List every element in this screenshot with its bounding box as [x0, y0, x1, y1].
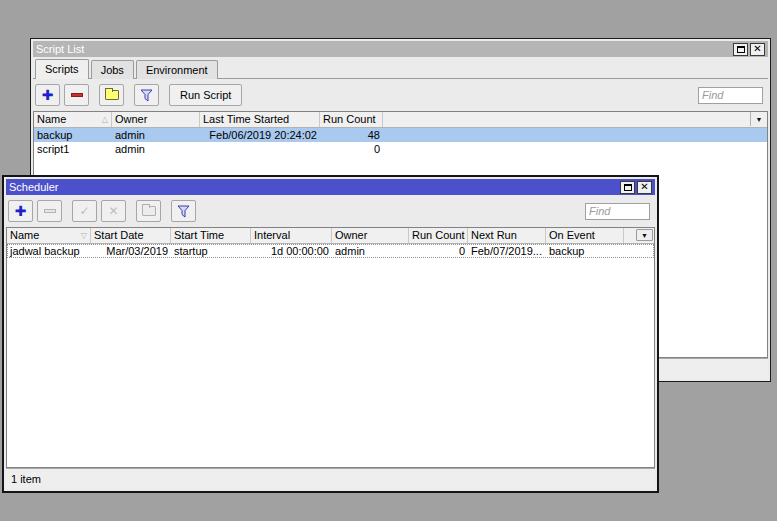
cell-start-date: Mar/03/2019 [91, 244, 171, 258]
column-header-on-event[interactable]: On Event [546, 228, 624, 243]
column-select-dropdown[interactable]: ▼ [750, 112, 767, 126]
cell-name: backup [34, 128, 112, 142]
scheduler-toolbar: ✚ ✓ ✕ [6, 195, 655, 227]
cell-last-time-started: Feb/06/2019 20:24:02 [200, 128, 320, 142]
x-icon: ✕ [108, 205, 118, 217]
script-list-tabstrip: Scripts Jobs Environment [33, 57, 768, 79]
cell-interval: 1d 00:00:00 [251, 244, 332, 258]
cell-owner: admin [112, 128, 200, 142]
table-row[interactable]: backup admin Feb/06/2019 20:24:02 48 [34, 128, 767, 142]
scheduler-titlebar[interactable]: Scheduler ✕ [6, 179, 655, 195]
table-row[interactable]: script1 admin 0 [34, 142, 767, 156]
cell-name: script1 [34, 142, 112, 156]
cell-owner: admin [332, 244, 409, 258]
maximize-icon [737, 46, 745, 53]
filter-button[interactable] [171, 200, 196, 222]
copy-button[interactable] [99, 84, 124, 106]
close-icon: ✕ [640, 182, 648, 192]
disable-button-disabled[interactable]: ✕ [101, 200, 126, 222]
column-header-run-count[interactable]: Run Count [409, 228, 468, 243]
scheduler-table: Name ▽ Start Date Start Time Interval Ow… [6, 227, 655, 468]
maximize-button[interactable] [733, 43, 748, 56]
item-count: 1 item [11, 473, 41, 485]
column-header-interval[interactable]: Interval [251, 228, 332, 243]
cell-next-run: Feb/07/2019... [468, 244, 546, 258]
check-icon: ✓ [79, 205, 89, 217]
add-button[interactable]: ✚ [8, 200, 33, 222]
cell-owner: admin [112, 142, 200, 156]
table-row[interactable]: jadwal backup Mar/03/2019 startup 1d 00:… [7, 244, 654, 258]
remove-button[interactable] [64, 84, 89, 106]
column-header-name[interactable]: Name △ [34, 112, 112, 127]
column-header-start-time[interactable]: Start Time [171, 228, 251, 243]
tab-environment[interactable]: Environment [136, 60, 218, 79]
cell-run-count: 0 [320, 142, 383, 156]
cell-on-event: backup [546, 244, 624, 258]
column-header-owner[interactable]: Owner [332, 228, 409, 243]
minus-icon [71, 93, 83, 97]
column-header-run-count[interactable]: Run Count [320, 112, 383, 127]
tab-scripts[interactable]: Scripts [35, 59, 89, 79]
cell-name: jadwal backup [7, 244, 91, 258]
cell-start-time: startup [171, 244, 251, 258]
sort-asc-icon: △ [102, 113, 108, 126]
scheduler-header-row: Name ▽ Start Date Start Time Interval Ow… [7, 228, 654, 244]
plus-icon: ✚ [15, 204, 27, 218]
script-list-titlebar[interactable]: Script List ✕ [33, 41, 768, 57]
plus-icon: ✚ [42, 88, 54, 102]
column-header-last-time-started[interactable]: Last Time Started [200, 112, 320, 127]
script-list-title: Script List [36, 43, 733, 55]
column-header-start-date[interactable]: Start Date [91, 228, 171, 243]
scheduler-title: Scheduler [9, 181, 620, 193]
remove-button-disabled[interactable] [37, 200, 62, 222]
close-button[interactable]: ✕ [750, 43, 765, 56]
find-input[interactable] [585, 203, 650, 220]
close-button[interactable]: ✕ [637, 181, 652, 194]
minus-icon [44, 209, 56, 213]
filter-button[interactable] [134, 84, 159, 106]
desktop: { "colors": { "desktop_bg": "#a1a1a1", "… [0, 0, 777, 521]
run-script-button[interactable]: Run Script [169, 84, 242, 106]
column-header-owner[interactable]: Owner [112, 112, 200, 127]
maximize-button[interactable] [620, 181, 635, 194]
sort-desc-icon: ▽ [81, 229, 87, 242]
column-header-next-run[interactable]: Next Run [468, 228, 546, 243]
maximize-icon [624, 184, 632, 191]
filter-icon [177, 205, 190, 218]
folder-icon [142, 206, 156, 216]
tab-jobs[interactable]: Jobs [91, 60, 134, 79]
find-input[interactable] [698, 87, 763, 104]
copy-button-disabled[interactable] [136, 200, 161, 222]
script-list-toolbar: ✚ Run Script [33, 79, 768, 111]
cell-run-count: 48 [320, 128, 383, 142]
add-button[interactable]: ✚ [35, 84, 60, 106]
close-icon: ✕ [753, 44, 761, 54]
column-header-name[interactable]: Name ▽ [7, 228, 91, 243]
filter-icon [140, 89, 153, 102]
cell-last-time-started [200, 142, 320, 156]
script-list-header-row: Name △ Owner Last Time Started Run Count… [34, 112, 767, 128]
column-select-dropdown[interactable]: ▼ [636, 229, 653, 241]
cell-run-count: 0 [409, 244, 468, 258]
folder-icon [105, 90, 119, 100]
scheduler-statusbar: 1 item [6, 468, 655, 489]
enable-button-disabled[interactable]: ✓ [72, 200, 97, 222]
scheduler-window[interactable]: Scheduler ✕ ✚ ✓ ✕ Name ▽ Start Date Star… [2, 175, 659, 493]
